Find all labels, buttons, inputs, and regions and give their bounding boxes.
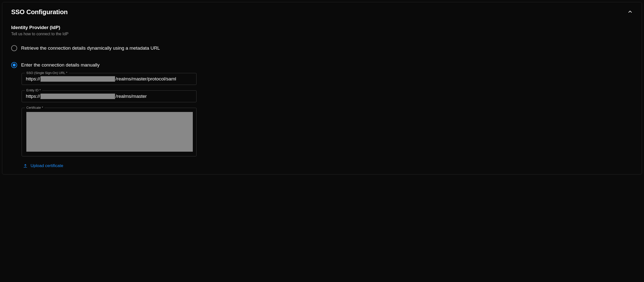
radio-manual-label: Enter the connection details manually xyxy=(21,62,100,68)
radio-metadata-url[interactable]: Retrieve the connection details dynamica… xyxy=(11,45,633,51)
upload-certificate-label: Upload certificate xyxy=(30,163,63,168)
sso-config-panel: SSO Configuration Identity Provider (IdP… xyxy=(2,2,642,175)
idp-subheading: Tell us how to connect to the IdP xyxy=(11,32,633,36)
certificate-label: Certificate * xyxy=(25,106,44,109)
radio-button-selected-icon xyxy=(11,62,17,68)
entity-id-suffix: /realms/master xyxy=(116,94,147,99)
certificate-field[interactable]: Certificate * xyxy=(22,108,196,156)
chevron-up-icon[interactable] xyxy=(627,9,633,15)
manual-config-fields: SSO (Single Sign-On) URL * https:// /rea… xyxy=(22,73,196,156)
certificate-redacted xyxy=(26,112,193,152)
entity-id-redacted xyxy=(40,94,115,99)
idp-heading: Identity Provider (IdP) xyxy=(11,25,633,30)
idp-connection-method-group: Retrieve the connection details dynamica… xyxy=(11,45,633,168)
sso-url-suffix: /realms/master/protocol/saml xyxy=(116,76,176,82)
radio-manual[interactable]: Enter the connection details manually xyxy=(11,62,633,68)
upload-certificate-link[interactable]: Upload certificate xyxy=(23,163,63,168)
upload-icon xyxy=(23,164,28,168)
sso-url-prefix: https:// xyxy=(26,76,40,82)
entity-id-field[interactable]: Entity ID * https:// /realms/master xyxy=(22,90,196,102)
radio-button-icon xyxy=(11,45,17,51)
panel-title: SSO Configuration xyxy=(11,8,68,16)
sso-url-field[interactable]: SSO (Single Sign-On) URL * https:// /rea… xyxy=(22,73,196,85)
panel-header: SSO Configuration xyxy=(11,8,633,16)
entity-id-prefix: https:// xyxy=(26,94,40,99)
sso-url-redacted xyxy=(40,76,115,82)
radio-metadata-url-label: Retrieve the connection details dynamica… xyxy=(21,45,160,51)
